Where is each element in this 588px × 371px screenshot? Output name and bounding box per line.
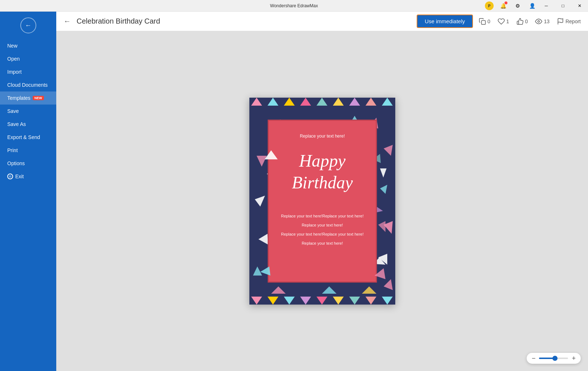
thumbs-count: 0 — [525, 19, 528, 24]
sidebar-back-button[interactable]: ← — [20, 17, 36, 33]
sidebar-item-cloud[interactable]: Cloud Documents — [0, 78, 56, 91]
svg-text:Replace your text here!: Replace your text here! — [302, 223, 343, 227]
view-count: 13 — [544, 19, 550, 24]
sidebar-item-open[interactable]: Open — [0, 52, 56, 65]
notification-dot — [505, 1, 507, 4]
sidebar-item-templates[interactable]: Templates NEW — [0, 91, 56, 105]
zoom-in-button[interactable]: + — [572, 355, 576, 362]
svg-text:Birthday: Birthday — [292, 173, 353, 192]
help-icon[interactable]: 👤 — [527, 1, 537, 11]
app-title: Wondershare EdrawMax — [270, 3, 318, 8]
notification-icon[interactable]: 🔔 — [498, 1, 508, 11]
use-immediately-button[interactable]: Use immediately — [417, 15, 473, 28]
like-count: 1 — [506, 19, 509, 24]
canvas-area: Replace your text here! Happy Birthday R… — [56, 31, 588, 371]
sidebar-item-options[interactable]: Options — [0, 157, 56, 170]
sidebar-item-templates-label: Templates — [7, 95, 30, 101]
svg-point-1 — [538, 20, 540, 22]
templates-new-badge: NEW — [33, 96, 44, 100]
svg-text:Happy: Happy — [299, 151, 346, 170]
thumbs-up-icon — [516, 18, 524, 25]
sidebar-item-import[interactable]: Import — [0, 65, 56, 78]
svg-text:Replace your text here!Replace: Replace your text here!Replace your text… — [281, 214, 363, 218]
maximize-button[interactable]: □ — [555, 0, 571, 12]
birthday-card: Replace your text here! Happy Birthday R… — [249, 98, 395, 305]
svg-rect-0 — [482, 20, 486, 24]
sidebar-item-saveas-label: Save As — [7, 121, 26, 127]
close-button[interactable]: ✕ — [571, 0, 588, 12]
views-action: 13 — [535, 18, 550, 25]
sidebar-item-exit[interactable]: ⊖ Exit — [0, 170, 56, 183]
zoom-slider-thumb[interactable] — [552, 356, 558, 361]
sidebar-item-cloud-label: Cloud Documents — [7, 82, 48, 88]
header-actions: 0 1 0 — [479, 18, 581, 25]
app-body: ← New Open Import Cloud Documents Templa… — [0, 12, 588, 371]
sidebar-item-exit-label: Exit — [15, 174, 24, 179]
minimize-button[interactable]: ─ — [538, 0, 555, 12]
sidebar-item-saveas[interactable]: Save As — [0, 118, 56, 131]
svg-text:Replace your text here!: Replace your text here! — [302, 241, 343, 245]
exit-icon: ⊖ — [7, 174, 13, 179]
zoom-slider-track[interactable] — [539, 358, 568, 359]
svg-text:Replace your text here!Replace: Replace your text here!Replace your text… — [281, 232, 363, 236]
titlebar-user-area: P 🔔 ⚙ 👤 — [485, 0, 537, 12]
sidebar-item-print-label: Print — [7, 147, 18, 153]
page-title: Celebration Birthday Card — [77, 17, 411, 25]
copy-icon — [479, 18, 486, 25]
sidebar-item-export[interactable]: Export & Send — [0, 131, 56, 144]
sidebar-item-options-label: Options — [7, 160, 25, 166]
titlebar: Wondershare EdrawMax P 🔔 ⚙ 👤 ─ □ ✕ — [0, 0, 588, 12]
report-icon — [557, 18, 564, 25]
copy-count: 0 — [487, 19, 490, 24]
sidebar-item-print[interactable]: Print — [0, 144, 56, 157]
settings-icon[interactable]: ⚙ — [513, 1, 523, 11]
card-svg: Replace your text here! Happy Birthday R… — [249, 98, 395, 305]
svg-text:Replace your text here!: Replace your text here! — [299, 134, 344, 139]
back-arrow-icon[interactable]: ← — [64, 17, 71, 25]
content-header: ← Celebration Birthday Card Use immediat… — [56, 12, 588, 31]
sidebar-item-new-label: New — [7, 43, 17, 49]
sidebar-item-save[interactable]: Save — [0, 105, 56, 118]
report-label: Report — [565, 19, 581, 24]
main-content: ← Celebration Birthday Card Use immediat… — [56, 12, 588, 371]
svg-rect-40 — [268, 120, 376, 282]
sidebar: ← New Open Import Cloud Documents Templa… — [0, 12, 56, 371]
sidebar-item-import-label: Import — [7, 69, 22, 75]
sidebar-item-open-label: Open — [7, 56, 20, 62]
zoom-out-button[interactable]: − — [532, 355, 536, 362]
zoom-bar: − + — [527, 353, 581, 364]
heart-icon — [498, 18, 505, 25]
user-avatar: P — [485, 1, 494, 10]
thumbs-action[interactable]: 0 — [516, 18, 528, 25]
copy-action[interactable]: 0 — [479, 18, 490, 25]
eye-icon — [535, 18, 542, 25]
sidebar-item-export-label: Export & Send — [7, 134, 40, 140]
report-action[interactable]: Report — [557, 18, 581, 25]
like-action[interactable]: 1 — [498, 18, 509, 25]
sidebar-item-new[interactable]: New — [0, 39, 56, 52]
sidebar-item-save-label: Save — [7, 108, 19, 114]
window-controls: ─ □ ✕ — [538, 0, 588, 12]
